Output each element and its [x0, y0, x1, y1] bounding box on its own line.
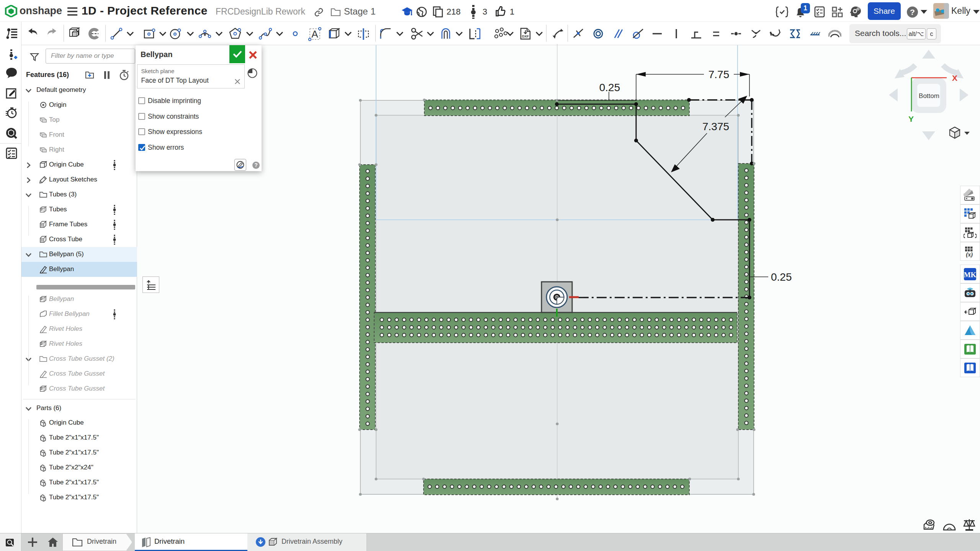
svg-text:0.25: 0.25 [771, 271, 792, 283]
svg-text:0.25: 0.25 [599, 82, 620, 93]
svg-text:MK: MK [964, 271, 977, 279]
svg-text:Bottom: Bottom [919, 92, 939, 100]
svg-text:(x): (x) [966, 251, 973, 258]
svg-text:7.375: 7.375 [702, 121, 729, 132]
svg-text:Y: Y [908, 114, 914, 123]
svg-text:7.75: 7.75 [708, 69, 730, 80]
svg-text:X: X [952, 74, 957, 82]
